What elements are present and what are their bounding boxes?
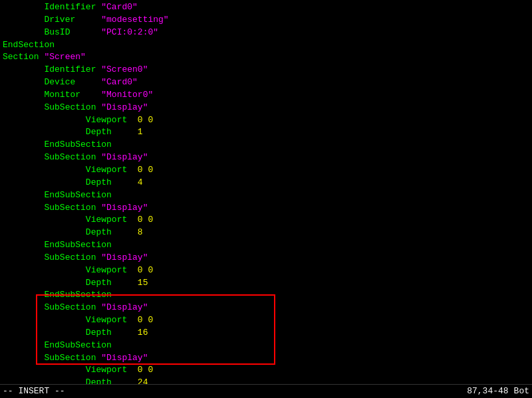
- editor-content: Identifier "Card0" Driver "modesetting" …: [0, 0, 532, 384]
- editor-line: BusID "PCI:0:2:0": [3, 27, 529, 39]
- editor-line: EndSection: [3, 39, 529, 52]
- line-part: "Screen0": [101, 64, 148, 74]
- line-part: "Display": [101, 302, 148, 312]
- line-part: SubSection: [3, 102, 101, 112]
- line-part: Section: [3, 52, 44, 62]
- line-part: Viewport: [3, 115, 138, 125]
- line-part: Viewport: [3, 365, 138, 375]
- line-part: EndSubSection: [3, 140, 112, 149]
- editor-line: EndSubSection: [3, 239, 529, 252]
- line-part: "modesetting": [101, 15, 168, 25]
- line-part: "Display": [101, 102, 148, 112]
- line-part: Driver: [3, 15, 101, 25]
- editor-line: EndSubSection: [3, 340, 529, 352]
- statusbar: -- INSERT -- 87,34-48 Bot: [0, 384, 532, 398]
- line-part: Depth: [3, 377, 138, 384]
- line-part: 0 0: [138, 315, 153, 325]
- line-part: "Display": [101, 152, 148, 162]
- editor-line: Section "Screen": [3, 51, 529, 64]
- line-part: Viewport: [3, 215, 138, 225]
- line-part: Depth: [3, 278, 138, 288]
- editor-line: Viewport 0 0: [3, 364, 529, 377]
- line-part: "Screen": [44, 52, 85, 62]
- line-part: 16: [138, 328, 148, 338]
- editor-line: EndSubSection: [3, 289, 529, 302]
- line-part: EndSubSection: [3, 340, 112, 350]
- line-part: EndSection: [3, 40, 55, 50]
- line-part: Device: [3, 77, 101, 87]
- line-part: SubSection: [3, 353, 101, 363]
- editor-line: SubSection "Display": [3, 151, 529, 164]
- editor-line: Depth 15: [3, 277, 529, 290]
- editor-line: Depth 8: [3, 227, 529, 239]
- editor-line: SubSection "Display": [3, 202, 529, 215]
- editor-line: Depth 4: [3, 177, 529, 189]
- line-part: SubSection: [3, 203, 101, 213]
- line-part: 0 0: [138, 115, 153, 125]
- cursor-position: 87,34-48: [467, 385, 508, 398]
- editor-line: Viewport 0 0: [3, 264, 529, 277]
- line-part: Depth: [3, 127, 138, 137]
- line-part: 0 0: [138, 165, 153, 175]
- line-part: Depth: [3, 328, 138, 338]
- line-part: EndSubSection: [3, 240, 112, 250]
- editor-line: Identifier "Card0": [3, 1, 529, 14]
- line-part: "Monitor0": [101, 90, 153, 100]
- line-part: Depth: [3, 177, 138, 187]
- editor-line: EndSubSection: [3, 139, 529, 151]
- line-part: 4: [138, 177, 143, 187]
- line-part: "Display": [101, 203, 148, 213]
- line-part: Viewport: [3, 265, 138, 275]
- editor-line: Viewport 0 0: [3, 214, 529, 227]
- line-part: "Card0": [101, 77, 138, 87]
- line-part: "Card0": [101, 2, 138, 12]
- line-part: EndSubSection: [3, 290, 112, 300]
- editor-line: Depth 1: [3, 126, 529, 139]
- line-part: SubSection: [3, 252, 101, 262]
- line-part: 1: [138, 127, 143, 137]
- editor-line: Viewport 0 0: [3, 164, 529, 177]
- editor-line: Driver "modesetting": [3, 14, 529, 27]
- line-part: 0 0: [138, 365, 153, 375]
- line-part: Depth: [3, 227, 138, 237]
- editor-line: SubSection "Display": [3, 302, 529, 314]
- line-part: SubSection: [3, 302, 101, 312]
- line-part: "PCI:0:2:0": [101, 27, 158, 37]
- line-part: Viewport: [3, 165, 138, 175]
- line-part: "Display": [101, 252, 148, 262]
- line-part: 8: [138, 227, 143, 237]
- editor-line: Monitor "Monitor0": [3, 89, 529, 102]
- editor-line: Depth 16: [3, 327, 529, 340]
- line-part: 24: [138, 377, 148, 384]
- editor-line: Identifier "Screen0": [3, 64, 529, 76]
- editor-line: EndSubSection: [3, 189, 529, 202]
- editor-mode: -- INSERT --: [3, 385, 467, 398]
- scroll-position: Bot: [514, 385, 529, 398]
- line-part: SubSection: [3, 152, 101, 162]
- line-part: Identifier: [3, 2, 101, 12]
- editor-line: SubSection "Display": [3, 252, 529, 264]
- line-part: Identifier: [3, 64, 101, 74]
- editor-line: Viewport 0 0: [3, 114, 529, 127]
- editor-line: Device "Card0": [3, 76, 529, 89]
- line-part: 15: [138, 278, 148, 288]
- editor-line: SubSection "Display": [3, 102, 529, 114]
- editor-line: Viewport 0 0: [3, 314, 529, 327]
- line-part: EndSubSection: [3, 190, 112, 200]
- line-part: Monitor: [3, 90, 101, 100]
- line-part: BusID: [3, 27, 101, 37]
- line-part: Viewport: [3, 315, 138, 325]
- editor-line: SubSection "Display": [3, 352, 529, 365]
- line-part: 0 0: [138, 215, 153, 225]
- line-part: "Display": [101, 353, 148, 363]
- line-part: 0 0: [138, 265, 153, 275]
- editor-line: Depth 24: [3, 377, 529, 384]
